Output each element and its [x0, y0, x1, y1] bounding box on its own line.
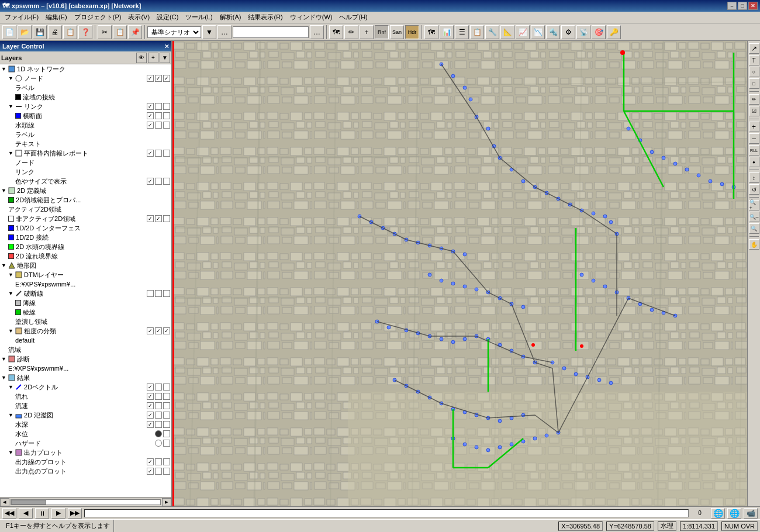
tool3-button[interactable]: ☰ [455, 25, 469, 39]
rg-cb2[interactable] [155, 327, 162, 334]
layer-output[interactable]: ▼ 出力プロット [0, 448, 171, 457]
layer-node[interactable]: ▼ ノード [0, 74, 171, 83]
new-button[interactable]: 📄 [2, 25, 16, 39]
layer-1d2d-connect[interactable]: 1D/2D 接続 [0, 233, 171, 242]
flip-tool[interactable]: ↕ [749, 172, 759, 183]
layer-basin-connect[interactable]: 流域の接続 [0, 92, 171, 102]
layer-2d-flow[interactable]: 2D 流れ境界線 [0, 251, 171, 261]
scenario-more[interactable]: ▼ [202, 25, 216, 39]
pi-cb2[interactable] [155, 150, 162, 157]
link-cb3[interactable] [163, 103, 170, 110]
maximize-button[interactable]: □ [738, 2, 747, 10]
map-area[interactable] [172, 41, 747, 506]
camera-button[interactable]: 📹 [744, 508, 758, 519]
layer-plan-link[interactable]: リンク [0, 167, 171, 177]
menu-window[interactable]: ウィンドウ(W) [286, 12, 336, 23]
tool12-button[interactable]: 🎯 [592, 25, 606, 39]
prev-button[interactable]: ◀ [19, 508, 33, 519]
tool9-button[interactable]: 🔩 [546, 25, 560, 39]
layer-2d-active[interactable]: アクティブ2D領域 [0, 205, 171, 214]
layer-breakline[interactable]: ▼ 破断線 [0, 289, 171, 298]
scenario-dots[interactable]: … [217, 25, 232, 39]
crosshair-button[interactable]: + [360, 25, 374, 39]
tool6-button[interactable]: 📐 [500, 25, 514, 39]
hz-cb1[interactable] [163, 440, 170, 447]
tool5-button[interactable]: 🔧 [485, 25, 499, 39]
search-input[interactable] [233, 26, 309, 38]
layer-results[interactable]: ▼ 結果 [0, 373, 171, 382]
zoom-circle-tool[interactable]: ● [749, 157, 759, 167]
fd-cb1[interactable] [147, 393, 154, 400]
toggle-link[interactable]: ▼ [8, 103, 14, 109]
layer-output-point[interactable]: 出力点のプロット [0, 467, 171, 476]
toggle-results[interactable]: ▼ [1, 375, 7, 381]
fs-cb2[interactable] [155, 402, 162, 409]
next-button[interactable]: ▶▶ [68, 508, 82, 519]
circle-tool[interactable]: ○ [749, 67, 759, 77]
print-button[interactable]: 🖨 [48, 25, 62, 39]
bl-cb3[interactable] [163, 290, 170, 297]
san-button[interactable]: San [390, 25, 404, 39]
layer-diagnosis[interactable]: ▼ 診断 [0, 354, 171, 364]
in-cb2[interactable] [155, 215, 162, 222]
dp-cb1[interactable] [147, 421, 154, 428]
dp-cb2[interactable] [155, 421, 162, 428]
layer-hscroll[interactable]: ◂ ▸ [0, 497, 171, 506]
dp-cb3[interactable] [163, 421, 170, 428]
minimize-button[interactable]: – [727, 2, 737, 10]
close-button[interactable]: ✕ [748, 2, 758, 10]
globe2-button[interactable]: 🌐 [727, 508, 741, 519]
pencil-tool[interactable]: ✏ [749, 94, 759, 105]
layer-hazard[interactable]: ハザード [0, 438, 171, 448]
select-tool[interactable]: ↗ [749, 43, 759, 54]
bl-cb1[interactable] [147, 290, 154, 297]
layer-list-container[interactable]: ▼ 1D ネットワーク ▼ ノード ラベル [0, 64, 171, 497]
cut-button[interactable]: ✂ [98, 25, 112, 39]
link-cb2[interactable] [155, 103, 162, 110]
hz-rb1[interactable] [155, 440, 162, 447]
wlv-rb1[interactable] [155, 430, 162, 437]
fs-cb3[interactable] [163, 402, 170, 409]
tool7-button[interactable]: 📈 [516, 25, 530, 39]
bl-cb2[interactable] [155, 290, 162, 297]
tool4-button[interactable]: 📋 [470, 25, 484, 39]
op-cb1[interactable] [147, 468, 154, 475]
hscroll-left[interactable]: ◂ [0, 498, 9, 506]
menu-settings[interactable]: 設定(C) [153, 12, 182, 23]
open-button[interactable]: 📂 [18, 25, 32, 39]
ol-cb1[interactable] [147, 458, 154, 465]
pi-cb3[interactable] [163, 150, 170, 157]
save-button[interactable]: 💾 [33, 25, 47, 39]
layer-add-button[interactable]: + [148, 53, 158, 63]
layer-link[interactable]: ▼ リンク [0, 102, 171, 111]
rg-cb1[interactable] [147, 327, 154, 334]
toggle-roughness[interactable]: ▼ [8, 328, 14, 334]
layer-menu-button[interactable]: ▼ [160, 53, 170, 63]
vt-cb2[interactable] [155, 384, 162, 391]
node-cb3[interactable] [163, 75, 170, 82]
menu-results[interactable]: 結果表示(R) [244, 12, 286, 23]
fl-cb3[interactable] [163, 412, 170, 419]
copy2-button[interactable]: 📋 [113, 25, 127, 39]
layer-button[interactable]: 🗺 [329, 25, 343, 39]
zoom-out2-tool[interactable]: 🔍– [749, 212, 759, 222]
layer-terrain[interactable]: ▼ 地形図 [0, 261, 171, 270]
hscroll-thumb[interactable] [11, 499, 161, 505]
layer-2d-zone[interactable]: ▼ 2D 定義域 [0, 186, 171, 195]
layer-plan-node[interactable]: ノード [0, 158, 171, 167]
co-cb3[interactable] [163, 178, 170, 185]
layer-plan-info[interactable]: ▼ 平面枠内情報レポート [0, 148, 171, 158]
refresh-tool[interactable]: ↺ [749, 184, 759, 195]
layer-thin-line[interactable]: 薄線 [0, 298, 171, 308]
layer-link-label[interactable]: ラベル [0, 130, 171, 139]
layer-roughness[interactable]: ▼ 粗度の分類 [0, 326, 171, 336]
toggle-2d-flood[interactable]: ▼ [8, 412, 14, 418]
co-cb1[interactable] [147, 178, 154, 185]
wl-cb3[interactable] [163, 122, 170, 129]
rnf-button[interactable]: Rnf [375, 25, 389, 39]
tool11-button[interactable]: 📡 [576, 25, 590, 39]
layer-color-size[interactable]: 色やサイズで表示 [0, 177, 171, 186]
in-cb1[interactable] [147, 215, 154, 222]
layer-2d-inactive[interactable]: 非アクティブ2D領域 [0, 214, 171, 223]
layer-2d-vector[interactable]: ▼ 2Dベクトル [0, 382, 171, 392]
